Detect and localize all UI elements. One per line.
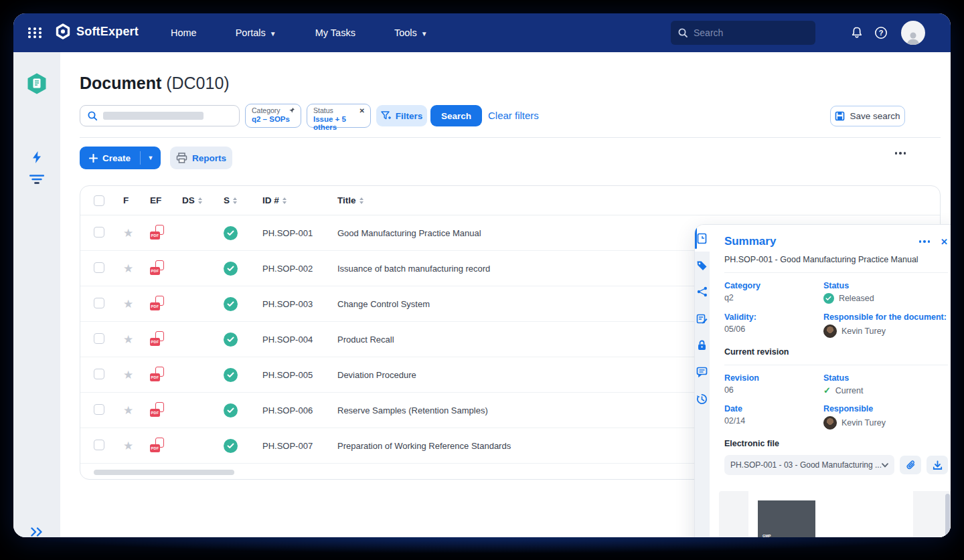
- save-search-button[interactable]: Save search: [830, 106, 905, 126]
- more-options-icon[interactable]: [895, 152, 906, 155]
- column-header-status[interactable]: S: [224, 195, 262, 205]
- document-id[interactable]: PH.SOP-004: [262, 335, 337, 345]
- horizontal-scrollbar[interactable]: [94, 470, 234, 475]
- released-status-icon: [224, 262, 238, 276]
- column-header-title[interactable]: Title: [337, 195, 940, 205]
- row-checkbox[interactable]: [94, 298, 104, 308]
- nav-item-home[interactable]: Home: [171, 27, 197, 38]
- favorite-star-icon[interactable]: ★: [123, 262, 133, 275]
- pdf-file-icon[interactable]: PDF: [150, 331, 164, 346]
- pdf-file-icon[interactable]: PDF: [150, 260, 164, 275]
- favorite-star-icon[interactable]: ★: [123, 333, 133, 346]
- notifications-bell-icon[interactable]: [850, 25, 864, 40]
- nav-item-my-tasks[interactable]: My Tasks: [315, 27, 355, 38]
- sort-icon[interactable]: [359, 197, 364, 204]
- search-icon: [87, 110, 98, 121]
- sidebar-quick-actions-icon[interactable]: [13, 151, 60, 164]
- filter-chip-category[interactable]: Category q2 – SOPs: [245, 104, 301, 128]
- field-category: Category q2: [724, 281, 823, 304]
- search-button[interactable]: Search: [430, 105, 482, 126]
- global-search-input[interactable]: [694, 27, 801, 38]
- document-id[interactable]: PH.SOP-003: [262, 299, 337, 309]
- summary-more-options-icon[interactable]: [919, 240, 931, 243]
- pdf-file-icon[interactable]: PDF: [150, 225, 164, 240]
- plus-icon: [89, 154, 98, 163]
- tab-share-icon[interactable]: [695, 278, 710, 305]
- column-header-electronic-file[interactable]: EF: [150, 195, 182, 205]
- pdf-file-icon[interactable]: PDF: [150, 367, 164, 381]
- summary-icon-strip: [695, 225, 710, 537]
- summary-panel: Summary ✕ PH.SOP-001 - Good Manufacturin…: [694, 224, 951, 537]
- field-validity: Validity: 05/06: [724, 312, 823, 338]
- filters-button[interactable]: Filters: [376, 105, 427, 126]
- global-search-box[interactable]: [671, 21, 815, 45]
- document-preview[interactable]: GMP Wendy's Food Good Manufacturing Prac…: [719, 491, 951, 537]
- pdf-file-icon[interactable]: PDF: [150, 402, 164, 417]
- download-button[interactable]: [927, 456, 948, 474]
- favorite-star-icon[interactable]: ★: [123, 369, 133, 381]
- row-checkbox[interactable]: [94, 333, 104, 344]
- clear-filters-link[interactable]: Clear filters: [488, 110, 539, 121]
- favorite-star-icon[interactable]: ★: [123, 227, 133, 240]
- app-grid-icon[interactable]: [28, 27, 43, 38]
- filter-chip-status[interactable]: Status ✕ Issue + 5 others: [307, 104, 371, 128]
- tab-comments-icon[interactable]: [695, 359, 710, 385]
- nav-item-tools[interactable]: Tools▼: [394, 27, 428, 38]
- summary-close-icon[interactable]: ✕: [941, 237, 948, 247]
- summary-subtitle: PH.SOP-001 - Good Manufacturing Practice…: [724, 255, 948, 264]
- user-avatar[interactable]: [901, 21, 925, 45]
- vertical-scrollbar[interactable]: [945, 494, 950, 537]
- brand-logo[interactable]: SoftExpert: [55, 23, 139, 39]
- table-search-input[interactable]: [80, 105, 240, 126]
- chevron-down-icon: ▼: [421, 30, 428, 37]
- attachment-button[interactable]: [900, 456, 921, 474]
- sort-icon[interactable]: [283, 197, 287, 204]
- tab-tag-icon[interactable]: [695, 252, 710, 278]
- paperclip-icon: [906, 460, 916, 470]
- document-id[interactable]: PH.SOP-007: [262, 441, 337, 451]
- document-id[interactable]: PH.SOP-001: [262, 228, 337, 238]
- select-all-checkbox[interactable]: [94, 195, 104, 206]
- sidebar-expand-icon[interactable]: [13, 527, 60, 537]
- sidebar-filter-icon[interactable]: [13, 174, 60, 185]
- pdf-file-icon[interactable]: PDF: [150, 296, 164, 310]
- remove-filter-icon[interactable]: ✕: [359, 107, 365, 114]
- favorite-star-icon[interactable]: ★: [123, 298, 133, 310]
- sort-icon[interactable]: [233, 197, 237, 204]
- preview-page: GMP Wendy's Food Good Manufacturing Prac…: [748, 491, 913, 537]
- field-responsible: Responsible Kevin Turey: [823, 404, 948, 430]
- reports-button[interactable]: Reports: [170, 147, 232, 169]
- svg-text:?: ?: [879, 29, 884, 37]
- row-checkbox[interactable]: [94, 404, 104, 415]
- check-icon: ✓: [823, 385, 831, 395]
- create-button[interactable]: Create ▼: [80, 147, 161, 169]
- column-header-ds[interactable]: DS: [182, 195, 224, 205]
- create-dropdown-toggle[interactable]: ▼: [141, 147, 161, 169]
- row-checkbox[interactable]: [94, 369, 104, 379]
- sort-icon[interactable]: [198, 197, 202, 204]
- tab-edit-document-icon[interactable]: [695, 305, 710, 332]
- tab-history-icon[interactable]: [695, 385, 710, 412]
- pdf-file-icon[interactable]: PDF: [150, 438, 164, 452]
- nav-item-portals[interactable]: Portals▼: [236, 27, 276, 38]
- file-version-select[interactable]: PH.SOP-001 - 03 - Good Manufacturing ...: [724, 455, 894, 475]
- favorite-star-icon[interactable]: ★: [123, 404, 133, 417]
- released-status-icon: [224, 403, 238, 417]
- chevron-down-icon: ▼: [270, 30, 276, 37]
- document-id[interactable]: PH.SOP-002: [262, 264, 337, 274]
- tab-lock-icon[interactable]: [695, 332, 710, 359]
- person-icon: [905, 30, 921, 45]
- document-id[interactable]: PH.SOP-005: [262, 370, 337, 380]
- help-icon[interactable]: ?: [874, 25, 888, 40]
- favorite-star-icon[interactable]: ★: [123, 440, 133, 452]
- app-window: SoftExpert Home Portals▼ My Tasks Tools▼: [13, 13, 951, 537]
- row-checkbox[interactable]: [94, 440, 104, 450]
- document-id[interactable]: PH.SOP-006: [262, 405, 337, 415]
- tab-summary-document-icon[interactable]: [695, 225, 710, 252]
- row-checkbox[interactable]: [94, 262, 104, 273]
- pin-icon[interactable]: [289, 107, 295, 114]
- row-checkbox[interactable]: [94, 227, 104, 238]
- sidebar-document-app-icon[interactable]: [13, 72, 60, 95]
- column-header-favorite[interactable]: F: [123, 195, 150, 205]
- column-header-id[interactable]: ID #: [262, 195, 337, 205]
